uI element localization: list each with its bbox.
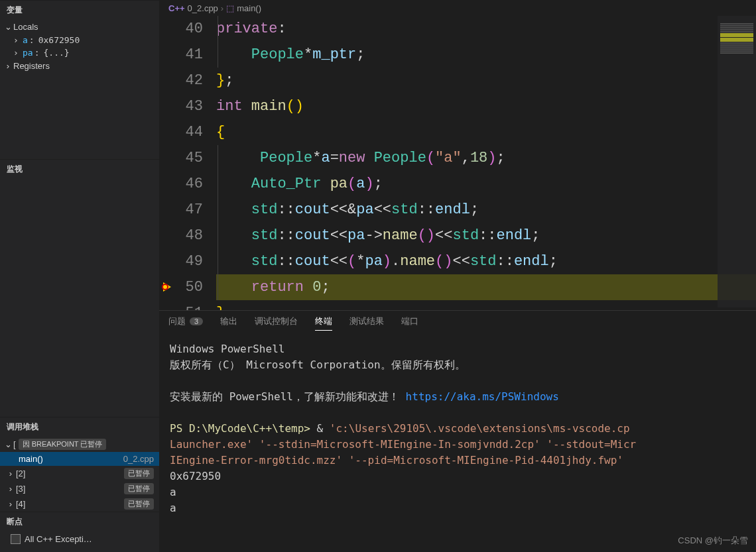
cube-icon: ⬚ [226,3,234,13]
variable-value: {...} [43,48,69,58]
cpp-file-icon: C++ [168,3,185,13]
callstack-section-title: 调用堆栈 [0,417,159,437]
thread-item[interactable]: › [2] 已暂停 [0,466,159,481]
line-number: 47 [176,197,203,223]
debug-sidebar: 变量 ⌄ Locals › a: 0x672950› pa: {...} › R… [0,0,159,552]
line-number: 43 [176,93,203,119]
code-editor[interactable]: 404142434445464748495051 private: People… [159,16,756,310]
code-line[interactable]: } [216,300,756,310]
chevron-down-icon: ⌄ [3,439,13,449]
line-number: 46 [176,171,203,197]
code-line[interactable]: std::cout<<&pa<<std::endl; [216,197,756,223]
line-number: 50 [176,274,203,300]
line-number: 51 [176,300,203,310]
line-number: 44 [176,119,203,145]
tab-terminal[interactable]: 终端 [315,315,332,331]
thread-label: [2] [16,469,124,478]
terminal-line: 版权所有（C） Microsoft Corporation。保留所有权利。 [170,357,745,373]
chevron-right-icon: › [5,499,16,509]
code-content[interactable]: private: People*m_ptr;};int main(){ Peop… [216,16,756,310]
panel-tabs: 问题 3 输出 调试控制台 终端 测试结果 端口 [159,311,756,335]
variables-section-title: 变量 [0,0,159,20]
chevron-right-icon: › [13,48,23,58]
stack-frame-top[interactable]: main() 0_2.cpp [0,452,159,466]
watermark: CSDN @钓一朵雪 [678,535,748,547]
code-line[interactable]: private: [216,16,756,42]
code-line[interactable]: }; [216,68,756,93]
bottom-panel: 问题 3 输出 调试控制台 终端 测试结果 端口 Windows PowerSh… [159,310,756,552]
breakpoint-item[interactable]: All C++ Excepti… [0,531,159,547]
breadcrumb[interactable]: C++ 0_2.cpp › ⬚ main() [159,0,756,16]
variable-name: a [23,35,28,45]
line-number-gutter: 404142434445464748495051 [176,16,216,310]
code-line[interactable]: Auto_Ptr pa(a); [216,171,756,197]
frame-file: 0_2.cpp [123,454,154,464]
line-number: 41 [176,42,203,68]
variable-row[interactable]: › pa: {...} [0,46,159,59]
thread-status-badge: 已暂停 [124,468,154,479]
breakpoint-gutter[interactable] [159,16,176,310]
frame-function: main() [19,454,123,464]
terminal-link[interactable]: https://aka.ms/PSWindows [406,390,559,403]
terminal-line: PS D:\MyCode\C++\temp> & 'c:\Users\29105… [170,421,745,437]
line-number: 42 [176,68,203,93]
breakpoint-label: All C++ Excepti… [25,534,92,544]
chevron-right-icon: › [13,35,23,45]
variable-row[interactable]: › a: 0x672950 [0,34,159,46]
editor-area: C++ 0_2.cpp › ⬚ main() 40414243444546474… [159,0,756,552]
locals-section[interactable]: ⌄ Locals [0,20,159,34]
checkbox-icon[interactable] [11,534,21,544]
line-number: 49 [176,248,203,274]
code-line[interactable]: { [216,119,756,145]
terminal-output: a [170,484,745,500]
variable-name: pa [23,48,33,58]
thread-status-badge: 已暂停 [124,498,154,510]
chevron-right-icon: › [3,61,13,71]
chevron-down-icon: ⌄ [3,22,13,32]
tab-problems[interactable]: 问题 3 [168,315,203,330]
terminal-output: 0x672950 [170,469,745,484]
terminal-line: 安装最新的 PowerShell，了解新功能和改进！ https://aka.m… [170,389,745,405]
code-line[interactable]: std::cout<<pa->name()<<std::endl; [216,223,756,248]
line-number: 40 [176,16,203,42]
tab-debug-console[interactable]: 调试控制台 [255,315,298,330]
tab-output[interactable]: 输出 [220,315,237,330]
thread-item[interactable]: › [3] 已暂停 [0,481,159,496]
chevron-right-icon: › [5,469,16,478]
watch-section-title: 监视 [0,159,159,179]
breakpoints-section-title: 断点 [0,512,159,531]
registers-label: Registers [13,61,50,71]
variable-value: 0x672950 [38,35,80,45]
terminal-line: Launcher.exe' '--stdin=Microsoft-MIEngin… [170,437,745,453]
code-line[interactable]: People*m_ptr; [216,42,756,68]
thread-item[interactable]: › [4] 已暂停 [0,496,159,512]
tab-ports[interactable]: 端口 [401,315,418,330]
terminal-output: a [170,500,745,516]
registers-section[interactable]: › Registers [0,59,159,73]
code-line[interactable]: std::cout<<(*pa).name()<<std::endl; [216,248,756,274]
problems-count-badge: 3 [190,317,203,325]
chevron-right-icon: › [221,3,223,13]
thread-row[interactable]: ⌄ [ 因 BREAKPOINT 已暂停 [0,437,159,452]
terminal-line: IEngine-Error-mrg0tidc.mzz' '--pid=Micro… [170,453,745,469]
locals-label: Locals [13,22,38,32]
thread-status-badge: 已暂停 [124,483,154,494]
execution-pointer-icon [163,282,171,292]
thread-label: [4] [16,499,124,509]
tab-test-results[interactable]: 测试结果 [349,315,384,330]
minimap[interactable] [718,16,756,307]
code-line[interactable]: People*a=new People("a",18); [216,145,756,171]
breadcrumb-file[interactable]: 0_2.cpp [188,3,218,13]
breadcrumb-symbol[interactable]: main() [237,3,261,13]
code-line[interactable]: int main() [216,93,756,119]
terminal-line: Windows PowerShell [170,341,745,357]
terminal-content[interactable]: Windows PowerShell 版权所有（C） Microsoft Cor… [159,335,756,552]
line-number: 45 [176,145,203,171]
code-line[interactable]: return 0; [216,274,756,300]
chevron-right-icon: › [5,484,16,494]
thread-status-badge: 因 BREAKPOINT 已暂停 [19,439,107,450]
thread-label: [3] [16,484,124,494]
line-number: 48 [176,223,203,248]
